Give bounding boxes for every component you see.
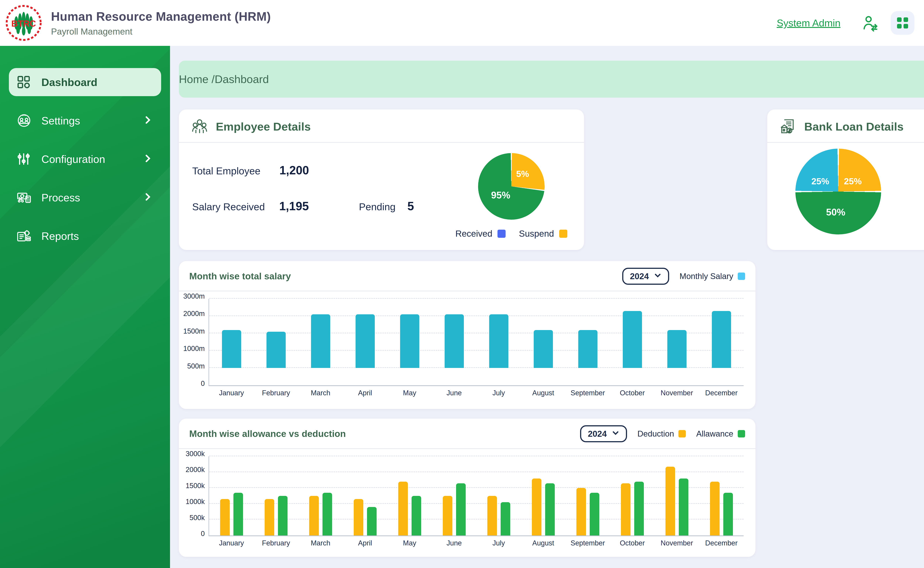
monthly-salary-bar — [534, 330, 553, 368]
salary-received-value: 1,195 — [279, 199, 345, 213]
sidebar-item-label: Configuration — [41, 153, 105, 165]
x-axis-month-label: January — [209, 389, 254, 397]
x-axis-month-label: November — [654, 389, 699, 397]
bar-column-september: September — [565, 456, 610, 535]
monthly-salary-legend: Monthly Salary — [680, 272, 745, 281]
bar-column-july: July — [476, 456, 521, 535]
main-content: Home / Dashboard Employee Detail — [170, 46, 924, 568]
salary-y-axis: 0500m1000m1500m2000m3000m — [185, 299, 208, 386]
allawance-bar — [679, 479, 688, 535]
allawance-bar — [456, 483, 466, 535]
bar-column-april: April — [343, 456, 387, 535]
system-admin-link[interactable]: System Admin — [777, 17, 841, 29]
monthly-salary-bar — [578, 330, 597, 368]
sidebar-item-reports[interactable]: Reports — [9, 222, 161, 250]
pie-slice-label: 25% — [844, 176, 862, 186]
total-employee-label: Total Employee — [192, 165, 279, 177]
x-axis-month-label: October — [610, 389, 654, 397]
y-axis-tick-label: 2000m — [183, 310, 205, 318]
monthly-salary-bar — [667, 330, 687, 368]
x-axis-month-label: September — [565, 389, 610, 397]
x-axis-month-label: August — [521, 389, 565, 397]
x-axis-month-label: August — [521, 539, 565, 547]
user-switch-icon[interactable] — [861, 14, 879, 32]
allowance-card-header: Month wise allowance vs deduction 2024 D… — [179, 418, 755, 448]
bar-column-june: June — [432, 299, 476, 385]
total-employee-row: Total Employee 1,200 — [192, 163, 414, 177]
loan-card-body: 25%50%25% Agrani Bank PLC Sonali Bank PL… — [767, 143, 924, 234]
deduction-bar — [443, 496, 452, 535]
allowance-deduction-bar-chart: 0500k1000k1500k2000k3000k JanuaryFebruar… — [179, 449, 755, 536]
x-axis-month-label: December — [699, 539, 744, 547]
y-axis-tick-label: 1500k — [185, 482, 205, 490]
monthly-salary-bar — [400, 314, 419, 368]
received-legend-swatch — [497, 230, 506, 238]
bar-column-october: October — [610, 456, 654, 535]
monthly-salary-swatch — [738, 272, 745, 280]
configuration-icon — [16, 151, 33, 167]
allawance-bar — [278, 496, 288, 535]
x-axis-month-label: February — [254, 539, 298, 547]
sidebar-item-label: Reports — [41, 230, 79, 242]
pending-label: Pending — [359, 201, 395, 213]
monthly-salary-bar — [222, 330, 241, 368]
bar-column-february: February — [254, 299, 298, 385]
employee-stats: Total Employee 1,200 Salary Received 1,1… — [192, 163, 414, 239]
breadcrumb: Home / Dashboard — [179, 60, 924, 98]
monthly-salary-bar — [489, 314, 508, 368]
salary-received-row: Salary Received 1,195 Pending 5 — [192, 199, 414, 213]
x-axis-month-label: July — [476, 389, 521, 397]
y-axis-tick-label: 2000k — [185, 466, 205, 474]
employee-card-body: Total Employee 1,200 Salary Received 1,1… — [179, 143, 584, 239]
y-axis-tick-label: 0 — [201, 379, 205, 388]
app-subtitle: Payroll Management — [51, 26, 271, 36]
salary-year-select[interactable]: 2024 — [622, 268, 669, 285]
bar-column-december: December — [699, 299, 744, 385]
sidebar-item-process[interactable]: Process — [9, 183, 161, 211]
bank-loan-icon — [779, 118, 797, 135]
pie-slice-label: 5% — [516, 169, 529, 179]
sidebar-nav: Dashboard Settings — [0, 46, 170, 568]
apps-grid-button[interactable] — [891, 11, 914, 35]
allawance-bar — [634, 482, 644, 535]
x-axis-month-label: March — [298, 539, 343, 547]
monthly-salary-bar — [267, 332, 286, 368]
bar-column-november: November — [654, 456, 699, 535]
monthly-salary-bar — [445, 314, 464, 368]
sidebar-item-label: Dashboard — [41, 76, 97, 88]
bar-column-may: May — [387, 299, 432, 385]
x-axis-month-label: March — [298, 389, 343, 397]
salary-plot-area: JanuaryFebruaryMarchAprilMayJuneJulyAugu… — [208, 299, 744, 386]
employee-salary-pie-chart: 5%95% — [478, 153, 545, 220]
deduction-legend: Deduction — [638, 429, 686, 438]
x-axis-month-label: October — [610, 539, 654, 547]
deduction-bar — [354, 499, 363, 535]
monthly-salary-bar — [712, 311, 731, 368]
salary-card-controls: 2024 Monthly Salary — [622, 268, 745, 285]
monthly-salary-bar — [311, 314, 330, 368]
bar-column-april: April — [343, 299, 387, 385]
x-axis-month-label: June — [432, 389, 476, 397]
monthly-salary-card: Month wise total salary 2024 Monthly Sal… — [179, 261, 755, 409]
sidebar-item-dashboard[interactable]: Dashboard — [9, 68, 161, 96]
salary-card-header: Month wise total salary 2024 Monthly Sal… — [179, 261, 755, 291]
chevron-right-icon — [143, 153, 152, 165]
x-axis-month-label: July — [476, 539, 521, 547]
deduction-bar — [309, 496, 319, 535]
sidebar-item-configuration[interactable]: Configuration — [9, 145, 161, 173]
allowance-card-title: Month wise allowance vs deduction — [189, 428, 346, 439]
allowance-year-select[interactable]: 2024 — [580, 425, 627, 442]
x-axis-month-label: May — [387, 389, 432, 397]
breadcrumb-home-link[interactable]: Home / — [179, 73, 214, 86]
deduction-bar — [265, 499, 274, 535]
allowance-swatch — [738, 430, 745, 438]
deduction-bar — [710, 482, 720, 535]
sidebar-item-settings[interactable]: Settings — [9, 107, 161, 134]
bar-column-july: July — [476, 299, 521, 385]
x-axis-month-label: June — [432, 539, 476, 547]
bar-column-february: February — [254, 456, 298, 535]
bank-loan-details-card: Bank Loan Details 25%50%25% Agrani Bank … — [767, 109, 924, 250]
salary-received-label: Salary Received — [192, 201, 279, 213]
x-axis-month-label: September — [565, 539, 610, 547]
allawance-bar — [723, 493, 733, 535]
